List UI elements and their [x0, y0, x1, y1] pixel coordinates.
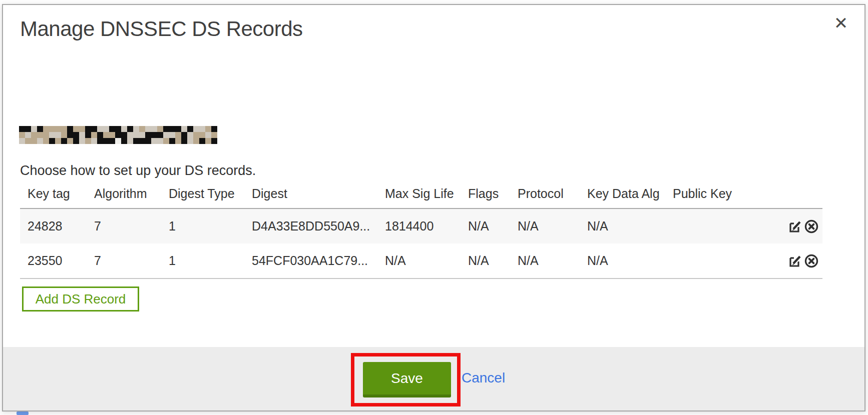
manage-dnssec-modal: ✕ Manage DNSSEC DS Records Choose how to…: [2, 4, 865, 412]
cancel-link[interactable]: Cancel: [462, 370, 505, 386]
delete-record-icon[interactable]: [803, 218, 819, 234]
cell-protocol: N/A: [518, 244, 587, 278]
edit-record-icon[interactable]: [787, 218, 803, 234]
add-ds-record-button[interactable]: Add DS Record: [22, 286, 139, 312]
cell-flags: N/A: [468, 244, 518, 278]
modal-title: Manage DNSSEC DS Records: [20, 17, 303, 41]
col-header-digest: Digest: [252, 184, 385, 208]
table-row: 23550 7 1 54FCF030AA1C79... N/A N/A N/A …: [20, 244, 822, 278]
cell-algorithm: 7: [94, 244, 169, 278]
col-header-protocol: Protocol: [518, 184, 587, 208]
underlying-page-artifact: [17, 412, 29, 415]
modal-footer: Save Cancel: [3, 347, 864, 410]
row-actions: [781, 208, 822, 244]
col-header-key-tag: Key tag: [20, 184, 94, 208]
row-actions: [781, 244, 822, 278]
redacted-domain-name: [19, 126, 217, 144]
cell-protocol: N/A: [518, 208, 587, 244]
cell-key-tag: 23550: [20, 244, 94, 278]
table-header-row: Key tag Algorithm Digest Type Digest Max…: [20, 184, 822, 208]
delete-record-icon[interactable]: [803, 253, 819, 269]
ds-records-table: Key tag Algorithm Digest Type Digest Max…: [20, 184, 822, 279]
cell-max-sig-life: N/A: [385, 244, 468, 278]
col-header-flags: Flags: [468, 184, 518, 208]
cell-key-data-alg: N/A: [587, 244, 673, 278]
cell-digest-type: 1: [169, 244, 252, 278]
col-header-algorithm: Algorithm: [94, 184, 169, 208]
cell-digest: D4A33E8DD550A9...: [252, 208, 385, 244]
col-header-actions: [781, 184, 822, 208]
cell-key-data-alg: N/A: [587, 208, 673, 244]
cell-digest: 54FCF030AA1C79...: [252, 244, 385, 278]
cell-key-tag: 24828: [20, 208, 94, 244]
cell-algorithm: 7: [94, 208, 169, 244]
edit-record-icon[interactable]: [787, 253, 803, 269]
close-icon[interactable]: ✕: [830, 12, 852, 34]
save-button[interactable]: Save: [363, 362, 451, 398]
page-background: ✕ Manage DNSSEC DS Records Choose how to…: [0, 0, 868, 415]
instruction-text: Choose how to set up your DS records.: [20, 163, 256, 178]
col-header-public-key: Public Key: [673, 184, 781, 208]
col-header-max-sig-life: Max Sig Life: [385, 184, 468, 208]
table-row: 24828 7 1 D4A33E8DD550A9... 1814400 N/A …: [20, 208, 822, 244]
cell-public-key: [673, 244, 781, 278]
cell-digest-type: 1: [169, 208, 252, 244]
col-header-digest-type: Digest Type: [169, 184, 252, 208]
cell-max-sig-life: 1814400: [385, 208, 468, 244]
cell-public-key: [673, 208, 781, 244]
cell-flags: N/A: [468, 208, 518, 244]
col-header-key-data-alg: Key Data Alg: [587, 184, 673, 208]
